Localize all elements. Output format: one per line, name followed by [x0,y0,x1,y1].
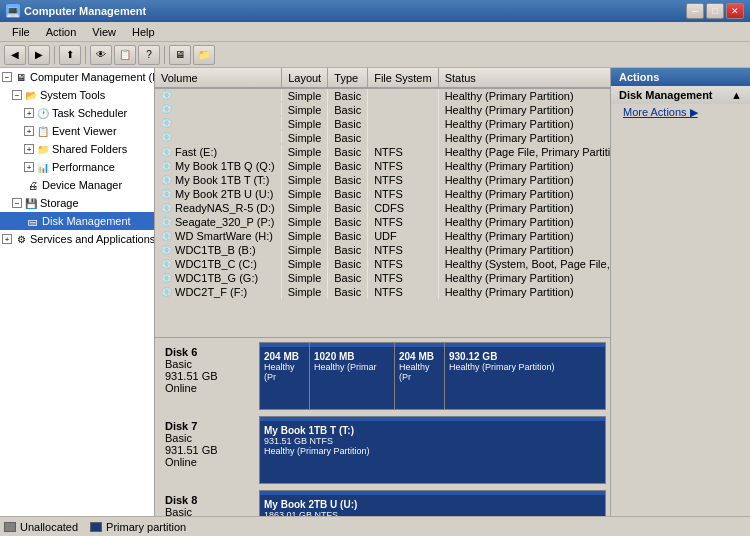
cell-status: Healthy (Primary Partition) [438,243,610,257]
table-row[interactable]: 💿SimpleBasicHealthy (Primary Partition) [155,131,610,145]
maximize-button[interactable]: □ [706,3,724,19]
disk-7-label: Disk 7 Basic 931.51 GB Online [159,416,259,484]
table-row[interactable]: 💿Seagate_320_P (P:)SimpleBasicNTFSHealth… [155,215,610,229]
window-title: Computer Management [24,5,146,17]
cell-fs [368,131,438,145]
col-status[interactable]: Status [438,68,610,88]
app-icon: 💻 [6,4,20,18]
minimize-button[interactable]: ─ [686,3,704,19]
table-row[interactable]: 💿ReadyNAS_R-5 (D:)SimpleBasicCDFSHealthy… [155,201,610,215]
cell-fs: NTFS [368,215,438,229]
disk-row-8: Disk 8 Basic 1863.01 GB Online My Book 2… [159,490,606,516]
cell-fs: NTFS [368,257,438,271]
actions-more[interactable]: More Actions ▶ [611,104,750,121]
cell-status: Healthy (Primary Partition) [438,285,610,299]
extra-button-1[interactable]: 🖥 [169,45,191,65]
menu-view[interactable]: View [84,24,124,40]
back-button[interactable]: ◀ [4,45,26,65]
expand-event-viewer[interactable]: + [24,126,34,136]
actions-section-title: Disk Management ▲ [611,86,750,104]
table-row[interactable]: 💿WDC1TB_G (G:)SimpleBasicNTFSHealthy (Pr… [155,271,610,285]
disk-management-icon: 🖴 [26,214,40,228]
disk-table-area[interactable]: Volume Layout Type File System Status 💿S… [155,68,610,338]
properties-button[interactable]: 📋 [114,45,136,65]
help-button[interactable]: ? [138,45,160,65]
disk-6-partition-1[interactable]: 204 MB Healthy (Pr [260,343,310,409]
cell-layout: Simple [282,271,328,285]
cell-layout: Simple [282,117,328,131]
cell-status: Healthy (Primary Partition) [438,229,610,243]
cell-volume: 💿 [155,131,282,143]
toolbar-separator-1 [54,46,55,64]
primary-swatch [90,522,102,532]
cell-layout: Simple [282,285,328,299]
table-row[interactable]: 💿WDC1TB_B (B:)SimpleBasicNTFSHealthy (Pr… [155,243,610,257]
cell-fs [368,88,438,103]
table-row[interactable]: 💿WD SmartWare (H:)SimpleBasicUDFHealthy … [155,229,610,243]
disk-6-partition-3[interactable]: 204 MB Healthy (Pr [395,343,445,409]
table-row[interactable]: 💿WDC1TB_C (C:)SimpleBasicNTFSHealthy (Sy… [155,257,610,271]
extra-button-2[interactable]: 📁 [193,45,215,65]
cell-volume: 💿My Book 1TB Q (Q:) [155,159,282,173]
cell-type: Basic [328,103,368,117]
table-row[interactable]: 💿My Book 2TB U (U:)SimpleBasicNTFSHealth… [155,187,610,201]
cell-fs: NTFS [368,173,438,187]
cell-status: Healthy (System, Boot, Page File, Active… [438,257,610,271]
expand-services[interactable]: + [2,234,12,244]
show-hide-button[interactable]: 👁 [90,45,112,65]
close-button[interactable]: ✕ [726,3,744,19]
disk-6-partition-4[interactable]: 930.12 GB Healthy (Primary Partition) [445,343,605,409]
col-layout[interactable]: Layout [282,68,328,88]
disk-8-partitions: My Book 2TB U (U:) 1863.01 GB NTFS Healt… [259,490,606,516]
cell-layout: Simple [282,159,328,173]
expand-root[interactable]: − [2,72,12,82]
cell-type: Basic [328,243,368,257]
cell-type: Basic [328,215,368,229]
disk-graphic-area: Disk 6 Basic 931.51 GB Online 204 MB Hea… [155,338,610,516]
tree-system-tools[interactable]: − 📂 System Tools [0,86,154,104]
tree-root[interactable]: − 🖥 Computer Management (Local [0,68,154,86]
table-row[interactable]: 💿Fast (E:)SimpleBasicNTFSHealthy (Page F… [155,145,610,159]
tree-device-manager[interactable]: 🖨 Device Manager [0,176,154,194]
col-volume[interactable]: Volume [155,68,282,88]
tree-event-viewer[interactable]: + 📋 Event Viewer [0,122,154,140]
expand-performance[interactable]: + [24,162,34,172]
tree-storage[interactable]: − 💾 Storage [0,194,154,212]
expand-shared-folders[interactable]: + [24,144,34,154]
table-row[interactable]: 💿SimpleBasicHealthy (Primary Partition) [155,88,610,103]
cell-fs [368,117,438,131]
cell-fs: NTFS [368,285,438,299]
device-manager-icon: 🖨 [26,178,40,192]
tree-shared-folders[interactable]: + 📁 Shared Folders [0,140,154,158]
disk-7-partition-1[interactable]: My Book 1TB T (T:) 931.51 GB NTFS Health… [260,417,605,483]
table-row[interactable]: 💿My Book 1TB Q (Q:)SimpleBasicNTFSHealth… [155,159,610,173]
disk-8-partition-1[interactable]: My Book 2TB U (U:) 1863.01 GB NTFS Healt… [260,491,605,516]
col-fs[interactable]: File System [368,68,438,88]
expand-task-scheduler[interactable]: + [24,108,34,118]
table-row[interactable]: 💿My Book 1TB T (T:)SimpleBasicNTFSHealth… [155,173,610,187]
tree-disk-management[interactable]: 🖴 Disk Management [0,212,154,230]
table-row[interactable]: 💿WDC2T_F (F:)SimpleBasicNTFSHealthy (Pri… [155,285,610,299]
up-button[interactable]: ⬆ [59,45,81,65]
tree-services[interactable]: + ⚙ Services and Applications [0,230,154,248]
menu-help[interactable]: Help [124,24,163,40]
cell-fs: NTFS [368,159,438,173]
cell-layout: Simple [282,257,328,271]
menu-file[interactable]: File [4,24,38,40]
tree-task-scheduler[interactable]: + 🕐 Task Scheduler [0,104,154,122]
primary-label: Primary partition [106,521,186,533]
table-row[interactable]: 💿SimpleBasicHealthy (Primary Partition) [155,103,610,117]
expand-storage[interactable]: − [12,198,22,208]
expand-system-tools[interactable]: − [12,90,22,100]
col-type[interactable]: Type [328,68,368,88]
table-row[interactable]: 💿SimpleBasicHealthy (Primary Partition) [155,117,610,131]
cell-layout: Simple [282,88,328,103]
forward-button[interactable]: ▶ [28,45,50,65]
disk-6-partition-2[interactable]: 1020 MB Healthy (Primar [310,343,395,409]
tree-performance[interactable]: + 📊 Performance [0,158,154,176]
disk-row-7: Disk 7 Basic 931.51 GB Online My Book 1T… [159,416,606,484]
cell-type: Basic [328,173,368,187]
cell-status: Healthy (Primary Partition) [438,131,610,145]
menu-action[interactable]: Action [38,24,85,40]
collapse-icon[interactable]: ▲ [731,89,742,101]
